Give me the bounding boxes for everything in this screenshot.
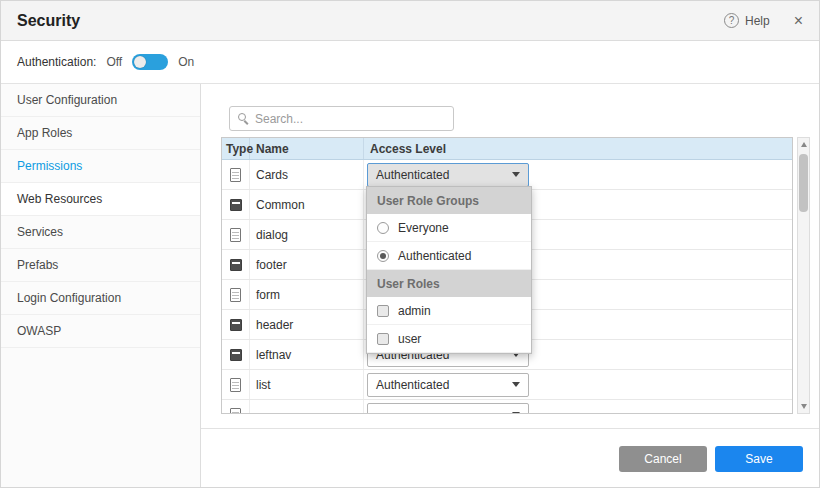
authentication-toggle[interactable] — [132, 54, 168, 70]
access-level-dropdown[interactable]: Authenticated — [367, 163, 529, 187]
help-icon[interactable]: ? — [724, 13, 739, 28]
sidebar-item-prefabs[interactable]: Prefabs — [1, 249, 200, 282]
radio-icon[interactable] — [377, 250, 389, 262]
access-level-value: Authenticated — [376, 378, 449, 392]
authentication-bar: Authentication: Off On — [1, 41, 819, 84]
popup-group-header: User Role Groups — [367, 187, 531, 214]
access-level-value: Authenticated — [376, 168, 449, 182]
scroll-up-icon[interactable] — [798, 138, 809, 151]
column-header-type: Type — [222, 138, 250, 159]
widget-icon — [230, 319, 242, 331]
chevron-down-icon — [512, 172, 520, 177]
search-icon — [238, 113, 249, 124]
resource-name: header — [250, 310, 364, 339]
sidebar-item-login-configuration[interactable]: Login Configuration — [1, 282, 200, 315]
popup-group-header: User Roles — [367, 270, 531, 297]
checkbox-icon[interactable] — [377, 333, 389, 345]
widget-icon — [230, 199, 242, 211]
widget-icon — [230, 259, 242, 271]
page-icon — [230, 408, 241, 415]
authentication-label: Authentication: — [17, 55, 96, 69]
access-level-dropdown[interactable] — [367, 403, 529, 415]
popup-option-user[interactable]: user — [367, 325, 531, 353]
chevron-down-icon — [512, 382, 520, 387]
page-title: Security — [17, 12, 724, 30]
page-icon — [230, 228, 241, 242]
footer-divider — [201, 428, 819, 429]
resource-name — [250, 400, 364, 414]
dialog-header: Security ? Help × — [1, 1, 819, 41]
scrollbar-thumb[interactable] — [799, 154, 808, 212]
popup-option-admin[interactable]: admin — [367, 297, 531, 325]
page-icon — [230, 288, 241, 302]
footer-buttons: Cancel Save — [619, 446, 803, 472]
scroll-down-icon[interactable] — [798, 400, 809, 413]
toggle-on-label: On — [178, 55, 194, 69]
page-icon — [230, 378, 241, 392]
popup-option-authenticated[interactable]: Authenticated — [367, 242, 531, 270]
resource-name: Common — [250, 190, 364, 219]
resource-name: form — [250, 280, 364, 309]
option-label: admin — [398, 304, 431, 318]
web-resources-panel: Type Name Access Level Cards Authenticat… — [201, 84, 819, 488]
toggle-knob — [134, 56, 146, 68]
sidebar-item-permissions[interactable]: Permissions — [1, 150, 200, 183]
sidebar-item-owasp[interactable]: OWASP — [1, 315, 200, 348]
resource-name: list — [250, 370, 364, 399]
cancel-button[interactable]: Cancel — [619, 446, 707, 472]
chevron-down-icon — [512, 412, 520, 414]
column-header-name: Name — [250, 138, 364, 159]
sidebar: User Configuration App Roles Permissions… — [1, 84, 201, 488]
widget-icon — [230, 349, 242, 361]
popup-option-everyone[interactable]: Everyone — [367, 214, 531, 242]
search-input[interactable] — [255, 112, 445, 126]
table-row: list Authenticated — [222, 370, 792, 400]
toggle-off-label: Off — [106, 55, 122, 69]
radio-icon[interactable] — [377, 222, 389, 234]
option-label: user — [398, 332, 421, 346]
table-header-row: Type Name Access Level — [222, 138, 792, 160]
sidebar-item-user-configuration[interactable]: User Configuration — [1, 84, 200, 117]
resource-name: footer — [250, 250, 364, 279]
help-link[interactable]: Help — [745, 14, 770, 28]
sidebar-item-web-resources[interactable]: Web Resources — [1, 183, 200, 216]
sidebar-item-services[interactable]: Services — [1, 216, 200, 249]
sidebar-item-app-roles[interactable]: App Roles — [1, 117, 200, 150]
option-label: Authenticated — [398, 249, 471, 263]
close-icon[interactable]: × — [794, 13, 803, 29]
resource-name: dialog — [250, 220, 364, 249]
page-icon — [230, 168, 241, 182]
option-label: Everyone — [398, 221, 449, 235]
column-header-access-level: Access Level — [364, 138, 792, 159]
resource-name: Cards — [250, 160, 364, 189]
search-box — [229, 106, 454, 131]
table-row — [222, 400, 792, 414]
access-level-popup: User Role Groups Everyone Authenticated … — [366, 186, 532, 354]
resource-name: leftnav — [250, 340, 364, 369]
access-level-dropdown[interactable]: Authenticated — [367, 373, 529, 397]
checkbox-icon[interactable] — [377, 305, 389, 317]
table-scrollbar[interactable] — [797, 137, 810, 414]
save-button[interactable]: Save — [715, 446, 803, 472]
